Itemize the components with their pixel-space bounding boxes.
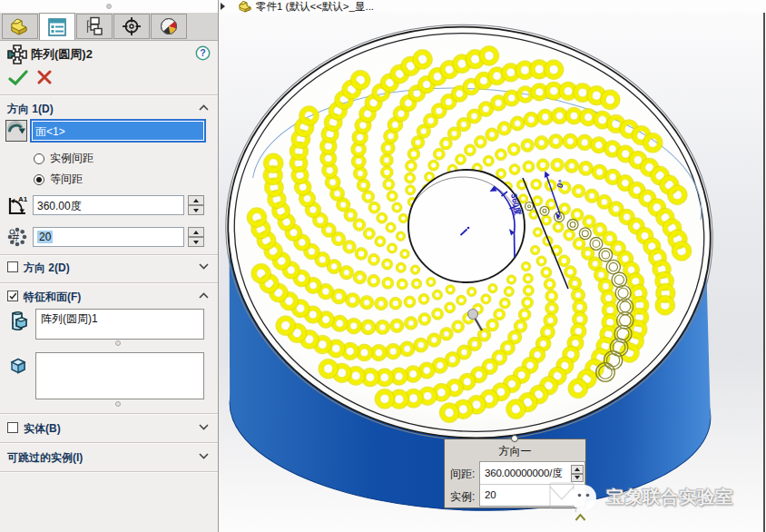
feature-tree-flyout[interactable]: 零件1 (默认<<默认>_显... [221,0,374,13]
divider [0,471,218,472]
top-strip [0,0,766,13]
radio-equal-spacing[interactable]: 等间距 [34,172,83,187]
direction2-checkbox[interactable] [7,261,18,272]
section-skippable-instances-header[interactable]: 可跳过的实例(I) [7,450,83,466]
tab-display-manager[interactable] [151,14,187,39]
feature-tree-root-label: 零件1 (默认<<默认>_显... [256,0,374,14]
dimxpert-manager-icon [121,15,142,37]
divider [0,94,218,95]
callout-title: 方向一 [445,444,585,459]
triangle-up-icon [193,231,199,234]
caret-up-icon [574,512,587,522]
chevron-down-icon[interactable] [199,263,209,270]
tab-configuration-manager[interactable] [76,14,113,39]
feature-manager-icon [9,16,31,36]
ok-button[interactable] [8,70,28,86]
checkmark-icon [8,291,18,301]
rotate-direction-icon [6,121,26,141]
selected-entity[interactable]: 面<1> [33,122,203,140]
features-to-pattern-icon [8,310,28,332]
window-right-border [763,13,765,532]
faces-list-box[interactable] [35,352,204,399]
callout-leader-dot[interactable] [511,435,518,442]
pattern-angle-icon: A1 [5,194,29,217]
triangle-down-icon [193,209,199,212]
manager-tab-bar [0,13,218,41]
panel-viewport-divider[interactable] [218,0,219,532]
section-direction2-header[interactable]: 方向 2(D) [24,261,70,276]
divider [0,413,218,414]
drag-handle-ball [468,310,478,320]
callout-spacing-label: 间距: [450,467,475,482]
count-spinner[interactable] [188,227,204,247]
circular-pattern-feature-icon [6,44,28,65]
chevron-up-icon[interactable] [199,104,209,111]
radio-instance-spacing[interactable]: 实例间距 [34,151,93,166]
pattern-angle-field[interactable]: 360.00度 [33,195,184,215]
instance-count-icon: # [6,226,28,248]
configuration-manager-icon [83,15,105,37]
triangle-down-icon [193,241,199,244]
radio-circle-selected[interactable] [34,174,44,185]
tab-feature-manager[interactable] [2,14,38,39]
section-direction1-header[interactable]: 方向 1(D) [7,102,54,117]
tab-dimxpert-manager[interactable] [113,14,150,39]
spin-down-button[interactable] [188,237,204,247]
property-manager-panel: 阵列(圆周)2 ? 方向 1(D) 面<1> 实例间距 等间距 [0,13,218,532]
part-icon [238,0,253,13]
list-resize-handle[interactable] [115,340,121,346]
watermark-text: 宝象联合实验室 [606,485,733,509]
panel-title: 阵列(圆周)2 [31,46,93,63]
divider [0,442,218,443]
triangle-up-icon [193,199,199,202]
selected-count-text[interactable]: 20 [37,231,53,243]
spin-up-button[interactable] [188,227,204,237]
help-icon[interactable]: ? [195,45,211,61]
tab-property-manager[interactable] [39,13,75,40]
features-list-item[interactable]: 阵列(圆周)1 [41,311,203,327]
section-features-faces-header[interactable]: 特征和面(F) [24,290,81,305]
spin-down-button[interactable] [188,205,204,215]
axis-center-dot [467,227,470,230]
callout-instances-value[interactable]: 20 [485,489,496,500]
reverse-direction-button[interactable] [5,120,27,142]
angle-spinner[interactable] [188,195,204,215]
faces-to-pattern-icon [8,356,28,376]
bodies-checkbox[interactable] [7,422,18,433]
instance-count-field[interactable]: 20 [33,227,184,247]
chevron-down-icon[interactable] [199,424,209,430]
pattern-axis-selection-field[interactable]: 面<1> [30,119,206,143]
triangle-up-icon [574,468,580,471]
section-bodies-header[interactable]: 实体(B) [24,421,61,437]
chevron-down-icon[interactable] [199,453,209,459]
divider [0,282,218,283]
radio-circle[interactable] [34,153,44,164]
svg-text:A1: A1 [18,195,28,203]
cancel-button[interactable] [37,70,52,84]
svg-text:?: ? [200,47,205,58]
property-manager-icon [46,16,68,38]
features-faces-checkbox[interactable] [7,291,18,301]
spin-up-button[interactable] [188,195,204,205]
spin-up-button[interactable] [571,465,584,474]
divider [0,254,218,255]
watermark-logo [545,476,601,519]
list-resize-handle[interactable] [115,401,121,407]
svg-text:#: # [12,230,19,244]
callout-instances-label: 实例: [450,489,475,505]
panel-splitter-handle[interactable] [106,4,112,9]
center-hole [408,170,525,282]
chevron-up-icon[interactable] [199,292,209,299]
display-manager-icon [158,15,180,37]
flyout-expand-arrow-icon[interactable] [221,3,225,10]
features-list-box[interactable]: 阵列(圆周)1 [35,309,204,340]
